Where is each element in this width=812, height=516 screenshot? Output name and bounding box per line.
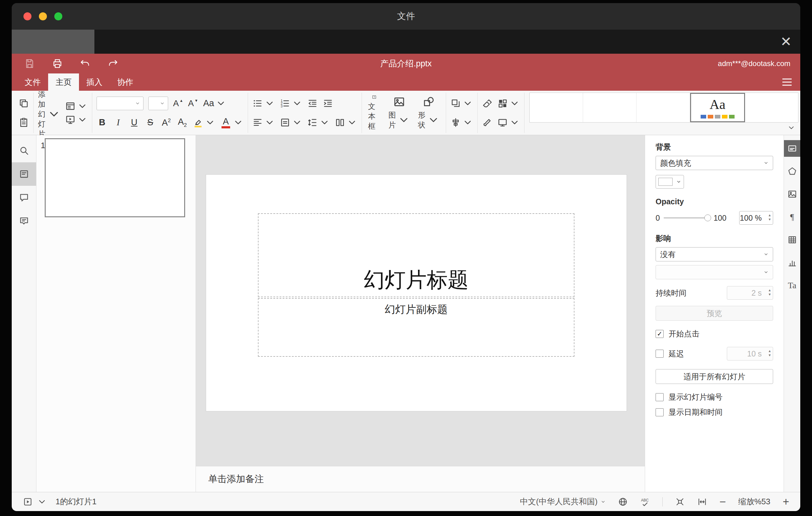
image-settings-tab[interactable]: [784, 186, 801, 202]
undo-button[interactable]: [78, 57, 92, 70]
italic-button[interactable]: I: [113, 118, 124, 127]
fit-to-width-button[interactable]: [697, 497, 707, 507]
fill-type-select[interactable]: 颜色填充: [656, 156, 773, 170]
print-button[interactable]: [51, 57, 64, 70]
effect-select[interactable]: 没有: [656, 247, 773, 261]
notes-area[interactable]: 单击添加备注: [196, 466, 645, 492]
show-datetime-checkbox[interactable]: [656, 408, 664, 416]
delay-checkbox[interactable]: [656, 350, 664, 358]
spinner-arrows-icon[interactable]: ▴▾: [768, 288, 771, 296]
tab-insert[interactable]: 插入: [79, 74, 110, 91]
opacity-slider-knob[interactable]: [704, 214, 711, 221]
feedback-panel-button[interactable]: [12, 209, 36, 233]
start-on-click-checkbox[interactable]: [656, 330, 664, 338]
insert-textbox-button[interactable]: T 文本框: [366, 95, 382, 131]
vertical-align-button[interactable]: [280, 117, 302, 128]
increase-font-button[interactable]: A: [173, 98, 183, 108]
zoom-out-button[interactable]: −: [720, 496, 726, 507]
effect-variant-select[interactable]: [656, 265, 773, 279]
theme-option-selected[interactable]: Aa: [690, 93, 745, 122]
spellcheck-button[interactable]: ABC: [640, 497, 650, 507]
show-slide-number-label: 显示幻灯片编号: [669, 392, 723, 402]
table-settings-tab[interactable]: [784, 231, 801, 248]
language-selector[interactable]: 中文(中华人民共和国): [520, 496, 606, 507]
columns-button[interactable]: [335, 117, 357, 128]
theme-option-2[interactable]: [583, 93, 636, 122]
slide-subtitle-placeholder[interactable]: 幻灯片副标题: [258, 298, 575, 357]
font-color-button[interactable]: A: [220, 117, 243, 128]
set-language-button[interactable]: [618, 497, 628, 507]
superscript-button[interactable]: A2: [161, 118, 172, 127]
font-size-combo[interactable]: [148, 96, 168, 110]
slide-canvas[interactable]: 幻灯片标题 幻灯片副标题: [196, 135, 645, 466]
color-scheme-button[interactable]: [497, 98, 520, 109]
theme-option-3[interactable]: [636, 93, 690, 122]
paste-button[interactable]: [19, 117, 29, 128]
bold-button[interactable]: B: [96, 118, 108, 127]
slides-panel-button[interactable]: [12, 162, 36, 186]
shape-settings-tab[interactable]: [784, 163, 801, 180]
subscript-button[interactable]: A2: [177, 117, 188, 128]
increase-indent-button[interactable]: [323, 98, 333, 109]
fill-color-select[interactable]: [656, 175, 684, 189]
save-button[interactable]: [23, 57, 36, 70]
chevron-down-icon[interactable]: [37, 497, 47, 507]
horizontal-align-button[interactable]: [252, 117, 275, 128]
insert-shape-button[interactable]: 形状: [416, 95, 441, 131]
copy-style-button[interactable]: [482, 117, 492, 128]
opacity-spinner[interactable]: 100 % ▴▾: [739, 211, 773, 225]
underline-button[interactable]: U: [129, 118, 140, 127]
show-slide-number-checkbox[interactable]: [656, 393, 664, 401]
delay-spinner[interactable]: 10 s ▴▾: [727, 347, 773, 361]
line-spacing-button[interactable]: [307, 117, 330, 128]
apply-to-all-button[interactable]: 适用于所有幻灯片: [656, 369, 773, 384]
decrease-font-button[interactable]: A: [188, 98, 198, 108]
theme-gallery-expand-button[interactable]: [784, 124, 799, 133]
font-name-combo[interactable]: [96, 96, 143, 110]
spinner-arrows-icon[interactable]: ▴▾: [768, 213, 771, 221]
preview-button[interactable]: 预览: [656, 306, 773, 321]
theme-swatch: [701, 115, 706, 118]
change-case-button[interactable]: Aa: [203, 98, 226, 109]
decrease-indent-button[interactable]: [307, 98, 318, 109]
zoom-window-button[interactable]: [54, 12, 62, 20]
textart-settings-tab[interactable]: Ta: [784, 277, 801, 294]
zoom-in-button[interactable]: +: [783, 496, 789, 507]
search-panel-button[interactable]: [12, 139, 36, 162]
tab-collaboration[interactable]: 协作: [110, 74, 141, 91]
minimize-window-button[interactable]: [39, 12, 47, 20]
menu-icon[interactable]: [782, 79, 792, 86]
tab-file[interactable]: 文件: [17, 74, 48, 91]
close-icon[interactable]: ✕: [780, 35, 792, 49]
slide-title-placeholder[interactable]: 幻灯片标题: [258, 213, 575, 297]
slide-thumbnail[interactable]: [45, 138, 185, 217]
slide[interactable]: 幻灯片标题 幻灯片副标题: [206, 174, 627, 411]
paragraph-settings-tab[interactable]: ¶: [784, 209, 801, 225]
start-slideshow-status-button[interactable]: [23, 497, 33, 507]
comments-panel-button[interactable]: [12, 186, 36, 209]
numbering-button[interactable]: 123: [280, 98, 302, 109]
copy-button[interactable]: [19, 98, 29, 109]
slide-layout-button[interactable]: [65, 101, 88, 111]
slide-size-button[interactable]: [497, 117, 520, 128]
chart-settings-tab[interactable]: [784, 254, 801, 271]
slide-settings-tab[interactable]: [784, 140, 801, 157]
align-shapes-button[interactable]: [451, 117, 473, 128]
arrange-shapes-button[interactable]: [451, 98, 473, 109]
strikethrough-button[interactable]: S: [145, 118, 156, 127]
bullets-button[interactable]: [252, 98, 275, 109]
theme-option-1[interactable]: [530, 93, 583, 122]
insert-image-button[interactable]: 图片: [386, 95, 412, 131]
fit-to-slide-button[interactable]: [675, 497, 685, 507]
theme-option-5[interactable]: [745, 93, 798, 122]
close-window-button[interactable]: [24, 12, 31, 20]
clear-style-button[interactable]: [482, 98, 492, 109]
start-slideshow-button[interactable]: [65, 114, 88, 125]
tab-home[interactable]: 主页: [48, 74, 79, 91]
spinner-arrows-icon[interactable]: ▴▾: [768, 349, 771, 357]
opacity-slider[interactable]: [664, 217, 710, 219]
highlight-color-button[interactable]: [193, 117, 215, 128]
redo-button[interactable]: [106, 57, 120, 70]
add-slide-button[interactable]: 添加幻灯片: [38, 95, 61, 131]
duration-spinner[interactable]: 2 s ▴▾: [727, 286, 773, 300]
